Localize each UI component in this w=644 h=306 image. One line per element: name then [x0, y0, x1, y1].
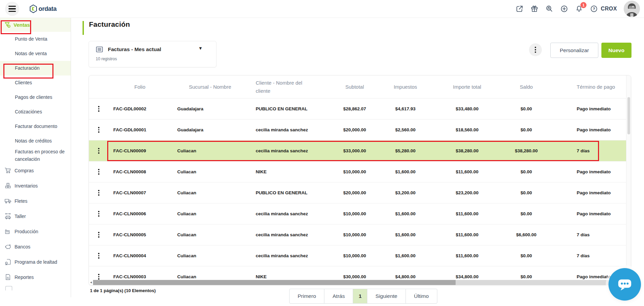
cell-cliente: cecilia miranda sanchez [249, 253, 335, 258]
new-button[interactable]: Nuevo [601, 43, 631, 58]
sidebar-module[interactable]: Fletes [0, 193, 71, 209]
scroll-left-arrow-icon[interactable]: ◄ [89, 280, 93, 285]
list-icon [96, 46, 103, 53]
sidebar-module[interactable]: Bancos [0, 239, 71, 254]
table-row[interactable]: FAC-CLN00006 Culiacan cecilia miranda sa… [89, 203, 627, 224]
pagination-button[interactable]: Primero [289, 289, 324, 304]
funnel-dollar-icon: $ [4, 22, 11, 28]
cell-cliente: cecilia miranda sanchez [249, 232, 335, 237]
sidebar-item[interactable]: Punto de Venta [0, 32, 71, 46]
cell-impuestos: $2,560.00 [395, 127, 415, 132]
user-name[interactable]: CROX [601, 6, 617, 12]
column-header-folio[interactable]: Folio [134, 84, 145, 90]
sidebar-item-label: Punto de Venta [15, 36, 47, 43]
horizontal-scrollbar[interactable]: ◄ [89, 280, 631, 285]
pagination-button[interactable]: Siguiente [367, 289, 406, 304]
add-icon[interactable] [560, 5, 568, 13]
pagination-button[interactable]: Último [406, 289, 437, 304]
sidebar-item-label: Notas de créditos [15, 137, 52, 145]
cell-sucursal: Culiacan [171, 253, 249, 258]
table-row[interactable]: FAC-GDL00001 Guadalajara cecilia miranda… [89, 119, 627, 140]
topbar: ordata 1 ? CROX [0, 0, 644, 18]
chat-button[interactable] [608, 268, 641, 301]
table-row[interactable]: FAC-GDL00002 Guadalajara PUBLICO EN GENE… [89, 99, 627, 119]
pagination-button[interactable]: 1 [353, 289, 367, 304]
column-header-importe-total[interactable]: Importe total [453, 84, 481, 90]
app: ordata 1 ? CROX [0, 0, 644, 306]
personalize-button[interactable]: Personalizar [550, 43, 598, 58]
sidebar-module-label: Programa de lealtad [15, 259, 57, 265]
cell-folio: FAC-CLN00006 [109, 211, 171, 216]
title-accent-bar [83, 21, 84, 35]
row-menu-icon[interactable] [97, 105, 101, 113]
external-link-icon[interactable] [515, 5, 524, 13]
table-row[interactable]: FAC-CLN00005 Culiacan cecilia miranda sa… [89, 224, 627, 245]
row-menu-icon[interactable] [97, 126, 101, 134]
pagination-button[interactable]: Atrás [324, 289, 353, 304]
row-menu-icon[interactable] [97, 272, 101, 281]
sidebar-item[interactable]: Notas de créditos [0, 134, 71, 148]
menu-button[interactable] [5, 2, 19, 16]
column-header-impuestos[interactable]: Impuestos [394, 84, 417, 90]
column-header-termino[interactable]: Término de pago [555, 84, 627, 90]
cell-impuestos: $1,600.00 [395, 169, 415, 174]
column-header-sucursal[interactable]: Sucursal - Nombre [189, 84, 231, 90]
row-menu-icon[interactable] [97, 189, 101, 197]
row-menu-icon[interactable] [97, 210, 101, 218]
vertical-scrollbar-thumb[interactable] [627, 97, 630, 134]
gift-icon[interactable] [530, 5, 538, 13]
cell-sucursal: Culiacan [171, 232, 249, 237]
cell-importe-total: $11,600.00 [456, 253, 479, 258]
sidebar-item[interactable]: Facturas en proceso de cancelación [0, 148, 71, 163]
sidebar-module[interactable]: Taller [0, 209, 71, 224]
sidebar-item[interactable]: Clientes [0, 75, 71, 90]
horizontal-scrollbar-track[interactable] [456, 280, 626, 285]
cell-impuestos: $1,600.00 [395, 232, 415, 237]
table-row[interactable]: FAC-CLN00009 Culiacan cecilia miranda sa… [89, 140, 627, 161]
sidebar-module[interactable]: Compras [0, 163, 71, 178]
sidebar-module[interactable]: Programa de lealtad [0, 254, 71, 269]
cell-subtotal: $20,000.00 [343, 190, 366, 195]
view-selector[interactable]: Facturas - Mes actual ▼ 10 registros [89, 41, 216, 67]
avatar[interactable] [624, 1, 640, 17]
more-options-button[interactable] [529, 43, 542, 56]
row-menu-icon[interactable] [97, 252, 101, 260]
cell-saldo: $0.00 [521, 253, 532, 258]
sidebar-item[interactable]: Pagos de clientes [0, 90, 71, 105]
table-row[interactable]: FAC-CLN00008 Culiacan NIKE $10,000.00 $1… [89, 161, 627, 182]
column-header-cliente[interactable]: Cliente - Nombre del cliente [249, 79, 335, 95]
horizontal-scrollbar-thumb[interactable] [93, 280, 456, 285]
sidebar-section-label: Ventas [14, 22, 30, 28]
cell-folio: FAC-CLN00008 [109, 169, 171, 174]
cell-folio: FAC-GDL00001 [109, 127, 171, 132]
column-header-saldo[interactable]: Saldo [520, 84, 533, 90]
cell-sucursal: Guadalajara [171, 106, 249, 111]
brand-logo[interactable]: ordata [29, 4, 56, 13]
sidebar-module[interactable]: Reportes [0, 269, 71, 285]
notifications-icon[interactable]: 1 [575, 5, 583, 13]
sidebar-item[interactable]: Cotizaciónes [0, 105, 71, 119]
sidebar-module[interactable]: Producción [0, 224, 71, 239]
column-header-subtotal[interactable]: Subtotal [345, 84, 364, 90]
sidebar-module[interactable]: Inventarios [0, 178, 71, 193]
cell-saldo: $0.00 [521, 274, 532, 279]
help-icon[interactable]: ? [590, 5, 598, 13]
cell-subtotal: $10,000.00 [343, 169, 366, 174]
table-row[interactable]: FAC-CLN00007 Culiacan PUBLICO EN GENERAL… [89, 182, 627, 203]
sidebar-item[interactable]: Facturación [0, 61, 71, 75]
search-icon[interactable] [545, 5, 553, 13]
sidebar-item[interactable]: Facturar documento [0, 119, 71, 134]
vertical-scrollbar[interactable] [626, 75, 631, 281]
row-menu-icon[interactable] [97, 231, 101, 239]
cell-termino: 7 días [555, 253, 627, 258]
page-title: Facturación [89, 20, 130, 28]
sidebar-item[interactable]: Notas de venta [0, 46, 71, 61]
row-menu-icon[interactable] [97, 147, 101, 155]
sidebar-section-ventas[interactable]: $ Ventas [0, 18, 71, 32]
cell-folio: FAC-GDL00002 [109, 106, 171, 111]
row-menu-icon[interactable] [97, 168, 101, 176]
sidebar-module-label: Taller [15, 214, 26, 219]
chevron-down-icon: ▼ [198, 46, 203, 51]
table-row[interactable]: FAC-CLN00004 Culiacan cecilia miranda sa… [89, 245, 627, 266]
cell-cliente: PUBLICO EN GENERAL [249, 190, 335, 195]
